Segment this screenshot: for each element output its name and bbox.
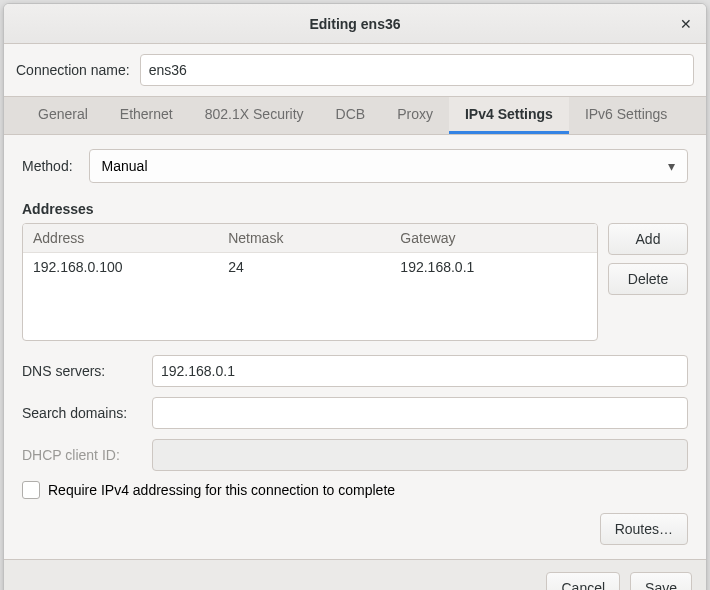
tab-proxy[interactable]: Proxy xyxy=(381,97,449,134)
addresses-table[interactable]: Address Netmask Gateway 192.168.0.100 24… xyxy=(22,223,598,341)
cell-address: 192.168.0.100 xyxy=(23,253,218,281)
table-row[interactable]: 192.168.0.100 24 192.168.0.1 xyxy=(23,253,597,281)
addresses-title: Addresses xyxy=(22,201,688,217)
connection-name-row: Connection name: xyxy=(4,44,706,97)
method-label: Method: xyxy=(22,158,73,174)
form-rows: DNS servers: Search domains: DHCP client… xyxy=(22,355,688,471)
connection-name-label: Connection name: xyxy=(16,62,130,78)
method-row: Method: Manual ▾ xyxy=(22,149,688,183)
window-title: Editing ens36 xyxy=(309,16,400,32)
col-header-netmask: Netmask xyxy=(218,224,390,252)
tab-8021x-security[interactable]: 802.1X Security xyxy=(189,97,320,134)
require-ipv4-checkbox[interactable] xyxy=(22,481,40,499)
search-domains-row: Search domains: xyxy=(22,397,688,429)
delete-button[interactable]: Delete xyxy=(608,263,688,295)
dns-input[interactable] xyxy=(152,355,688,387)
titlebar: Editing ens36 ✕ xyxy=(4,4,706,44)
col-header-address: Address xyxy=(23,224,218,252)
dhcp-client-id-input xyxy=(152,439,688,471)
tab-ipv4-settings[interactable]: IPv4 Settings xyxy=(449,97,569,134)
dialog-window: Editing ens36 ✕ Connection name: General… xyxy=(3,3,707,590)
tab-general[interactable]: General xyxy=(22,97,104,134)
routes-row: Routes… xyxy=(22,513,688,545)
method-value: Manual xyxy=(102,158,148,174)
dialog-footer: Cancel Save xyxy=(4,559,706,590)
dns-label: DNS servers: xyxy=(22,363,144,379)
cell-gateway: 192.168.0.1 xyxy=(390,253,597,281)
require-ipv4-label: Require IPv4 addressing for this connect… xyxy=(48,482,395,498)
add-button[interactable]: Add xyxy=(608,223,688,255)
dhcp-client-id-row: DHCP client ID: xyxy=(22,439,688,471)
cell-netmask: 24 xyxy=(218,253,390,281)
connection-name-input[interactable] xyxy=(140,54,694,86)
save-button[interactable]: Save xyxy=(630,572,692,590)
tab-body: Method: Manual ▾ Addresses Address Netma… xyxy=(4,135,706,559)
dhcp-client-id-label: DHCP client ID: xyxy=(22,447,144,463)
tab-bar: General Ethernet 802.1X Security DCB Pro… xyxy=(4,97,706,135)
tab-ipv6-settings[interactable]: IPv6 Settings xyxy=(569,97,684,134)
addresses-section: Address Netmask Gateway 192.168.0.100 24… xyxy=(22,223,688,341)
chevron-down-icon: ▾ xyxy=(668,158,675,174)
close-button[interactable]: ✕ xyxy=(674,12,698,36)
require-ipv4-row: Require IPv4 addressing for this connect… xyxy=(22,481,688,499)
method-select[interactable]: Manual ▾ xyxy=(89,149,688,183)
dns-row: DNS servers: xyxy=(22,355,688,387)
tab-ethernet[interactable]: Ethernet xyxy=(104,97,189,134)
cancel-button[interactable]: Cancel xyxy=(546,572,620,590)
tab-dcb[interactable]: DCB xyxy=(320,97,382,134)
table-header: Address Netmask Gateway xyxy=(23,224,597,253)
routes-button[interactable]: Routes… xyxy=(600,513,688,545)
search-domains-input[interactable] xyxy=(152,397,688,429)
search-domains-label: Search domains: xyxy=(22,405,144,421)
col-header-gateway: Gateway xyxy=(390,224,597,252)
address-buttons: Add Delete xyxy=(608,223,688,341)
close-icon: ✕ xyxy=(680,16,692,32)
